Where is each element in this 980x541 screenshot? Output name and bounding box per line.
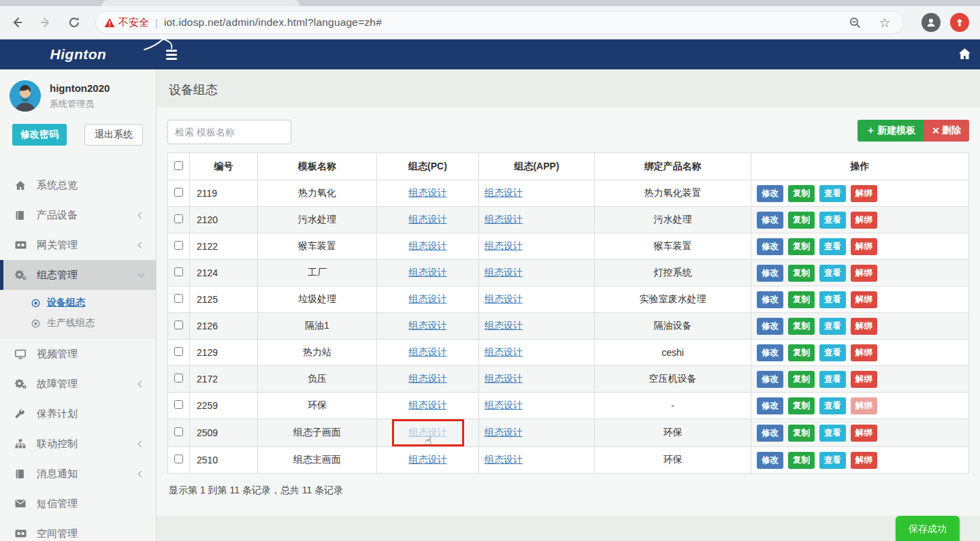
view-button[interactable]: 查看 <box>819 185 846 202</box>
row-checkbox[interactable] <box>174 267 183 276</box>
navbar-home-icon[interactable] <box>958 48 971 63</box>
copy-button[interactable]: 复制 <box>788 185 815 202</box>
delete-button[interactable]: ✕删除 <box>924 120 969 142</box>
unbind-button[interactable]: 解绑 <box>851 425 877 442</box>
view-button[interactable]: 查看 <box>819 397 846 414</box>
sidebar-item-8[interactable]: 消息通知 <box>0 459 156 489</box>
browser-profile-icon[interactable] <box>921 13 941 32</box>
edit-button[interactable]: 修改 <box>757 265 783 282</box>
copy-button[interactable]: 复制 <box>788 291 815 308</box>
sidebar-item-9[interactable]: 短信管理 <box>0 489 156 519</box>
unbind-button[interactable]: 解绑 <box>851 238 877 255</box>
edit-button[interactable]: 修改 <box>757 238 783 255</box>
forward-icon[interactable] <box>34 11 57 34</box>
pc-config-link[interactable]: 组态设计 <box>409 240 447 251</box>
app-config-link[interactable]: 组态设计 <box>485 320 523 331</box>
logo[interactable]: Hignton <box>0 39 157 69</box>
view-button[interactable]: 查看 <box>819 344 846 361</box>
pc-config-link[interactable]: 组态设计 <box>409 214 447 225</box>
sidebar-subitem-3-0[interactable]: 设备组态 <box>0 293 156 313</box>
copy-button[interactable]: 复制 <box>788 371 815 388</box>
copy-button[interactable]: 复制 <box>788 238 815 255</box>
view-button[interactable]: 查看 <box>819 371 846 388</box>
app-config-link[interactable]: 组态设计 <box>485 399 523 410</box>
pc-config-link[interactable]: 组态设计 <box>409 293 447 304</box>
app-config-link[interactable]: 组态设计 <box>485 214 523 225</box>
unbind-button[interactable]: 解绑 <box>851 397 877 414</box>
sidebar-item-3[interactable]: 组态管理 <box>0 260 156 290</box>
view-button[interactable]: 查看 <box>819 291 846 308</box>
unbind-button[interactable]: 解绑 <box>851 452 877 469</box>
edit-button[interactable]: 修改 <box>757 452 783 469</box>
row-checkbox[interactable] <box>174 347 183 356</box>
url-text[interactable]: iot.idosp.net/admin/index.html?language=… <box>164 16 382 29</box>
edit-button[interactable]: 修改 <box>757 291 783 308</box>
edit-button[interactable]: 修改 <box>757 185 783 202</box>
sidebar-item-6[interactable]: 保养计划 <box>0 399 156 429</box>
app-config-link[interactable]: 组态设计 <box>485 373 523 384</box>
pc-config-link[interactable]: 组态设计 <box>409 346 447 357</box>
unbind-button[interactable]: 解绑 <box>851 344 877 361</box>
sidebar-item-4[interactable]: 视频管理 <box>0 339 156 369</box>
copy-button[interactable]: 复制 <box>788 344 815 361</box>
sidebar-item-7[interactable]: 联动控制 <box>0 429 156 459</box>
unbind-button[interactable]: 解绑 <box>851 185 877 202</box>
edit-button[interactable]: 修改 <box>757 318 783 335</box>
view-button[interactable]: 查看 <box>819 238 846 255</box>
copy-button[interactable]: 复制 <box>788 397 815 414</box>
view-button[interactable]: 查看 <box>819 425 846 442</box>
edit-button[interactable]: 修改 <box>757 212 783 229</box>
copy-button[interactable]: 复制 <box>788 452 815 469</box>
edit-button[interactable]: 修改 <box>757 371 783 388</box>
sidebar-item-5[interactable]: 故障管理 <box>0 369 156 399</box>
sidebar-item-2[interactable]: 网关管理 <box>0 230 156 260</box>
row-checkbox[interactable] <box>174 455 183 463</box>
unbind-button[interactable]: 解绑 <box>851 291 877 308</box>
address-bar[interactable]: 不安全 | iot.idosp.net/admin/index.html?lan… <box>95 11 904 34</box>
sidebar-toggle-icon[interactable] <box>166 48 178 61</box>
edit-button[interactable]: 修改 <box>757 344 783 361</box>
edit-button[interactable]: 修改 <box>757 397 783 414</box>
app-config-link[interactable]: 组态设计 <box>485 293 523 304</box>
bookmark-star-icon[interactable]: ☆ <box>875 12 895 33</box>
zoom-out-icon[interactable] <box>845 12 865 33</box>
browser-active-tab[interactable] <box>102 0 299 6</box>
pc-config-link[interactable]: 组态设计 <box>409 373 447 384</box>
copy-button[interactable]: 复制 <box>788 318 815 335</box>
view-button[interactable]: 查看 <box>819 452 846 469</box>
row-checkbox[interactable] <box>174 400 183 409</box>
sidebar-subitem-3-1[interactable]: 生产线组态 <box>0 313 156 333</box>
sidebar-item-0[interactable]: 系统总览 <box>0 170 156 200</box>
unbind-button[interactable]: 解绑 <box>851 371 877 388</box>
app-config-link[interactable]: 组态设计 <box>485 454 523 465</box>
sidebar-item-10[interactable]: 空间管理 <box>0 519 156 541</box>
pc-config-link[interactable]: 组态设计 <box>409 267 447 278</box>
pc-config-link[interactable]: 组态设计 <box>409 454 447 465</box>
copy-button[interactable]: 复制 <box>788 212 815 229</box>
pc-config-link[interactable]: 组态设计 <box>409 187 447 198</box>
back-icon[interactable] <box>5 11 29 34</box>
copy-button[interactable]: 复制 <box>788 425 815 442</box>
select-all-checkbox[interactable] <box>174 161 183 170</box>
view-button[interactable]: 查看 <box>819 265 846 282</box>
row-checkbox[interactable] <box>174 188 183 197</box>
refresh-icon[interactable] <box>63 11 86 34</box>
new-template-button[interactable]: ＋新建模板 <box>858 120 924 142</box>
app-config-link[interactable]: 组态设计 <box>485 427 523 438</box>
unbind-button[interactable]: 解绑 <box>851 265 877 282</box>
sidebar-item-1[interactable]: 产品设备 <box>0 200 156 230</box>
app-config-link[interactable]: 组态设计 <box>485 240 523 251</box>
avatar[interactable] <box>10 80 41 112</box>
unbind-button[interactable]: 解绑 <box>851 318 877 335</box>
app-config-link[interactable]: 组态设计 <box>485 346 523 357</box>
row-checkbox[interactable] <box>174 294 183 303</box>
row-checkbox[interactable] <box>174 374 183 382</box>
app-config-link[interactable]: 组态设计 <box>485 267 523 278</box>
edit-button[interactable]: 修改 <box>757 425 783 442</box>
copy-button[interactable]: 复制 <box>788 265 815 282</box>
logout-button[interactable]: 退出系统 <box>84 124 143 146</box>
change-password-button[interactable]: 修改密码 <box>12 124 67 146</box>
row-checkbox[interactable] <box>174 427 183 436</box>
row-checkbox[interactable] <box>174 321 183 329</box>
security-warning[interactable]: 不安全 <box>104 16 149 29</box>
